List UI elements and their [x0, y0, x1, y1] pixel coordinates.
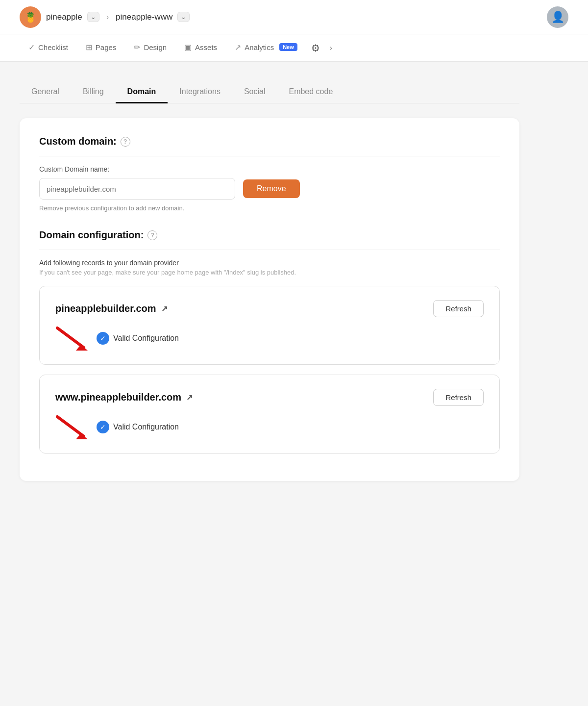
domain-config-title-text: Domain configuration:: [39, 229, 144, 241]
tab-embed-code[interactable]: Embed code: [277, 81, 344, 103]
tab-domain[interactable]: Domain: [116, 81, 168, 103]
domain-record-1-top: pineapplebuilder.com ↗ Refresh: [55, 300, 484, 317]
valid-label-2: Valid Configuration: [113, 423, 179, 431]
custom-domain-section: Custom domain: ? Custom Domain name: Rem…: [39, 136, 500, 212]
analytics-icon: ↗: [235, 43, 241, 52]
nav-item-analytics[interactable]: ↗ Analytics New: [226, 34, 306, 62]
svg-marker-1: [76, 345, 88, 351]
domain-record-2-bottom: ✓ Valid Configuration: [55, 415, 484, 439]
valid-badge-2: ✓ Valid Configuration: [97, 421, 179, 433]
divider-1: [39, 156, 500, 156]
pages-icon: ⊞: [86, 43, 92, 52]
domain-name-input[interactable]: [39, 178, 235, 200]
refresh-button-2[interactable]: Refresh: [433, 389, 484, 406]
custom-domain-title: Custom domain: ?: [39, 136, 500, 147]
top-bar: 🍍 pineapple ⌄ › pineapple-www ⌄ 👤: [0, 0, 588, 34]
settings-icon: ⚙: [311, 42, 320, 54]
domain-field-row: Remove: [39, 178, 500, 200]
main-card: Custom domain: ? Custom Domain name: Rem…: [20, 118, 519, 481]
domain-record-1-name: pineapplebuilder.com ↗: [55, 303, 168, 314]
secondary-nav: ✓ Checklist ⊞ Pages ✏ Design ▣ Assets ↗ …: [0, 34, 588, 62]
red-arrow-icon-2: [55, 415, 90, 439]
nav-label-design: Design: [144, 43, 167, 51]
domain-config-help-icon[interactable]: ?: [147, 230, 157, 240]
external-link-icon-1[interactable]: ↗: [161, 304, 168, 313]
svg-line-0: [57, 328, 84, 348]
sub-tabs: General Billing Domain Integrations Soci…: [20, 81, 519, 103]
nav-item-pages[interactable]: ⊞ Pages: [77, 34, 125, 62]
settings-icon-button[interactable]: ⚙: [306, 42, 325, 54]
domain-record-2-name-text: www.pineapplebuilder.com: [55, 392, 181, 403]
domain-config-section: Domain configuration: ? Add following re…: [39, 229, 500, 454]
refresh-button-1[interactable]: Refresh: [433, 300, 484, 317]
valid-label-1: Valid Configuration: [113, 334, 179, 343]
custom-domain-title-text: Custom domain:: [39, 136, 117, 147]
more-icon: ›: [330, 44, 332, 52]
domain-record-2-top: www.pineapplebuilder.com ↗ Refresh: [55, 389, 484, 406]
nav-label-analytics: Analytics: [245, 43, 274, 51]
nav-label-assets: Assets: [195, 43, 217, 51]
avatar[interactable]: 👤: [547, 6, 568, 28]
nav-label-checklist: Checklist: [38, 43, 68, 51]
divider-2: [39, 250, 500, 250]
sub-brand-dropdown-button[interactable]: ⌄: [177, 12, 190, 22]
tab-general[interactable]: General: [20, 81, 71, 103]
domain-record-1-name-text: pineapplebuilder.com: [55, 303, 156, 314]
domain-config-note: If you can't see your page, make sure yo…: [39, 269, 500, 276]
nav-label-pages: Pages: [96, 43, 117, 51]
nav-item-assets[interactable]: ▣ Assets: [175, 34, 226, 62]
custom-domain-help-icon[interactable]: ?: [121, 137, 130, 147]
tab-billing[interactable]: Billing: [71, 81, 116, 103]
nav-more-button[interactable]: ›: [325, 34, 337, 62]
domain-field-label: Custom Domain name:: [39, 165, 500, 173]
red-arrow-icon-1: [55, 326, 90, 351]
checklist-icon: ✓: [28, 43, 35, 52]
sub-brand-name: pineapple-www: [116, 12, 172, 22]
design-icon: ✏: [134, 43, 140, 52]
domain-record-1: pineapplebuilder.com ↗ Refresh ✓ Valid C…: [39, 286, 500, 365]
breadcrumb: 🍍 pineapple ⌄ › pineapple-www ⌄: [20, 6, 190, 28]
external-link-icon-2[interactable]: ↗: [186, 393, 193, 402]
valid-badge-1: ✓ Valid Configuration: [97, 332, 179, 345]
brand-name: pineapple: [46, 12, 82, 22]
domain-config-subtitle: Add following records to your domain pro…: [39, 259, 500, 267]
tab-social[interactable]: Social: [232, 81, 277, 103]
assets-icon: ▣: [184, 43, 192, 52]
domain-config-title: Domain configuration: ?: [39, 229, 500, 241]
page-content: General Billing Domain Integrations Soci…: [0, 62, 539, 501]
domain-record-2: www.pineapplebuilder.com ↗ Refresh ✓ Val…: [39, 375, 500, 454]
brand-dropdown-button[interactable]: ⌄: [87, 12, 99, 22]
brand-logo-icon: 🍍: [20, 6, 41, 28]
domain-record-1-bottom: ✓ Valid Configuration: [55, 326, 484, 351]
svg-marker-3: [76, 433, 88, 439]
domain-helper-text: Remove previous configuration to add new…: [39, 204, 500, 212]
nav-item-checklist[interactable]: ✓ Checklist: [20, 34, 77, 62]
remove-button[interactable]: Remove: [243, 179, 300, 198]
breadcrumb-separator: ›: [106, 13, 109, 22]
svg-line-2: [57, 417, 84, 436]
analytics-new-badge: New: [279, 43, 297, 51]
check-circle-icon-1: ✓: [97, 332, 109, 345]
domain-record-2-name: www.pineapplebuilder.com ↗: [55, 392, 193, 403]
tab-integrations[interactable]: Integrations: [168, 81, 232, 103]
nav-item-design[interactable]: ✏ Design: [125, 34, 175, 62]
check-circle-icon-2: ✓: [97, 421, 109, 433]
